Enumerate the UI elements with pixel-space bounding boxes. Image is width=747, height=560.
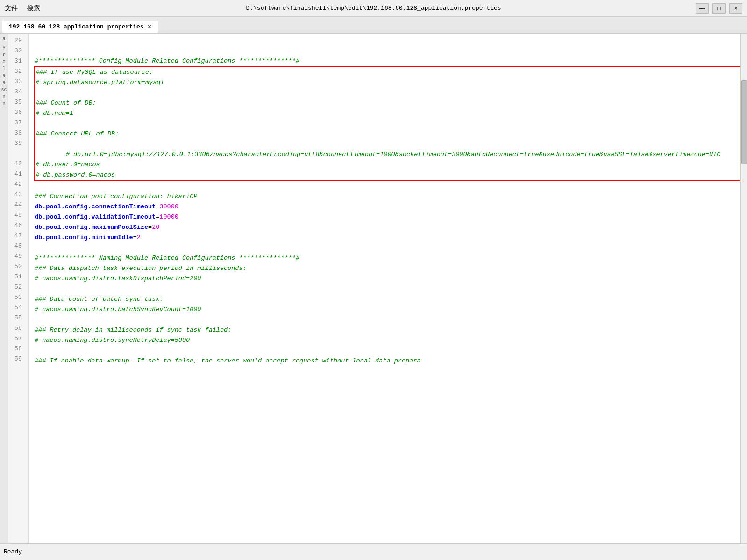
code-eq-45: =: [156, 212, 159, 222]
close-button[interactable]: ×: [729, 3, 742, 14]
menu-search[interactable]: 搜索: [27, 4, 40, 13]
code-line-38: ### Connect URL of DB:: [36, 129, 740, 139]
ln-40: 40: [10, 159, 25, 169]
ln-32: 32: [10, 66, 25, 77]
sidebar-letter-sc: sc: [0, 86, 8, 93]
ln-51: 51: [10, 272, 25, 282]
ln-42: 42: [10, 179, 25, 190]
code-text-57: # nacos.naming.distro.syncRetryDelay=500…: [35, 335, 190, 346]
ln-30: 30: [10, 46, 25, 56]
code-line-55: [35, 315, 740, 325]
sidebar-letter-c2: c: [0, 58, 8, 65]
code-text-38: ### Connect URL of DB:: [36, 129, 119, 139]
code-line-43: ### Connection pool configuration: hikar…: [35, 191, 740, 202]
menu-file[interactable]: 文件: [5, 4, 18, 13]
code-line-36: # db.num=1: [36, 108, 740, 119]
ln-47: 47: [10, 231, 25, 241]
code-key-47: db.pool.config.minimumIdle: [35, 233, 133, 243]
code-text-39: # db.url.0=jdbc:mysql://127.0.0.1:3306/n…: [66, 151, 721, 158]
code-line-32: ### If use MySQL as datasource:: [36, 67, 740, 78]
code-line-52: [35, 284, 740, 294]
ln-48: 48: [10, 241, 25, 251]
ln-55: 55: [10, 313, 25, 323]
maximize-button[interactable]: □: [712, 3, 726, 14]
code-text-36: # db.num=1: [36, 108, 73, 119]
code-text-40: # db.user.0=nacos: [36, 160, 100, 170]
ln-34: 34: [10, 87, 25, 97]
minimize-button[interactable]: —: [696, 3, 709, 14]
ln-45: 45: [10, 210, 25, 220]
code-eq-44: =: [156, 202, 159, 212]
sidebar-letter-r: r: [0, 51, 8, 58]
code-text-33: # spring.datasource.platform=mysql: [36, 78, 164, 88]
code-val-46: 20: [152, 222, 159, 233]
code-text-49: #*************** Naming Module Related C…: [35, 253, 299, 263]
code-line-41: # db.password.0=nacos: [36, 170, 740, 180]
sidebar-letter-a3: a: [0, 79, 8, 86]
status-bar: Ready: [0, 543, 747, 560]
code-eq-47: =: [133, 233, 137, 243]
code-line-34: [36, 88, 740, 98]
editor-area: a S r c l a a sc n n 29 30 31 32 33 34 3…: [0, 34, 747, 543]
scrollbar-thumb[interactable]: [741, 80, 747, 164]
tab-file[interactable]: 192.168.60.128_application.properties ×: [2, 21, 158, 33]
menu-bar: 文件 搜索: [5, 4, 40, 13]
code-text-41: # db.password.0=nacos: [36, 170, 115, 180]
code-line-58: [35, 346, 740, 356]
ln-35: 35: [10, 97, 25, 107]
code-key-45: db.pool.config.validationTimeout: [35, 212, 156, 222]
ln-44: 44: [10, 200, 25, 210]
code-line-51: # nacos.naming.distro.taskDispatchPeriod…: [35, 274, 740, 284]
code-text-31: #*************** Config Module Related C…: [35, 56, 299, 66]
vertical-scrollbar[interactable]: [740, 34, 747, 543]
code-text-51: # nacos.naming.distro.taskDispatchPeriod…: [35, 274, 201, 284]
code-line-35: ### Count of DB:: [36, 98, 740, 108]
code-line-29: [35, 35, 740, 46]
red-border-block: ### If use MySQL as datasource: # spring…: [34, 66, 740, 181]
code-line-33: # spring.datasource.platform=mysql: [36, 78, 740, 88]
code-val-45: 10000: [159, 212, 178, 222]
code-line-54: # nacos.naming.distro.batchSyncKeyCount=…: [35, 305, 740, 315]
code-text-32: ### If use MySQL as datasource:: [36, 67, 153, 78]
code-key-44: db.pool.config.connectionTimeout: [35, 202, 156, 212]
code-line-57: # nacos.naming.distro.syncRetryDelay=500…: [35, 335, 740, 346]
sidebar-letter-a2: a: [0, 72, 8, 79]
ln-50: 50: [10, 262, 25, 272]
code-line-56: ### Retry delay in milliseconds if sync …: [35, 325, 740, 335]
ln-38: 38: [10, 128, 25, 138]
code-line-49: #*************** Naming Module Related C…: [35, 253, 740, 263]
ln-53: 53: [10, 292, 25, 303]
ln-41: 41: [10, 169, 25, 179]
ln-54: 54: [10, 303, 25, 313]
code-key-46: db.pool.config.maximumPoolSize: [35, 222, 148, 233]
ln-39: 39: [10, 138, 25, 159]
code-line-59: ### If enable data warmup. If set to fal…: [35, 356, 740, 366]
window-title: D:\software\finalshell\temp\edit\192.168…: [246, 5, 501, 12]
sidebar-letter-n: n: [0, 93, 8, 100]
status-text: Ready: [4, 548, 22, 555]
ln-59: 59: [10, 354, 25, 364]
code-eq-46: =: [148, 222, 152, 233]
ln-57: 57: [10, 333, 25, 344]
tab-close-button[interactable]: ×: [148, 24, 151, 30]
line-numbers: 29 30 31 32 33 34 35 36 37 38 39 40 41 4…: [8, 34, 29, 543]
ln-37: 37: [10, 118, 25, 128]
title-bar: 文件 搜索 D:\software\finalshell\temp\edit\1…: [0, 0, 747, 17]
code-val-44: 30000: [159, 202, 178, 212]
ln-56: 56: [10, 323, 25, 333]
sidebar-letter-a: a: [0, 35, 8, 43]
ln-36: 36: [10, 107, 25, 118]
code-editor[interactable]: #*************** Config Module Related C…: [29, 34, 740, 543]
ln-33: 33: [10, 77, 25, 87]
code-line-42: [35, 181, 740, 191]
ln-49: 49: [10, 251, 25, 262]
code-line-30: [35, 46, 740, 56]
code-text-43: ### Connection pool configuration: hikar…: [35, 191, 197, 202]
code-line-40: # db.user.0=nacos: [36, 160, 740, 170]
code-text-59: ### If enable data warmup. If set to fal…: [35, 356, 420, 366]
code-line-39: # db.url.0=jdbc:mysql://127.0.0.1:3306/n…: [36, 139, 740, 160]
ln-31: 31: [10, 56, 25, 66]
tab-label: 192.168.60.128_application.properties: [9, 23, 144, 30]
code-text-56: ### Retry delay in milliseconds if sync …: [35, 325, 231, 335]
ln-29: 29: [10, 35, 25, 46]
